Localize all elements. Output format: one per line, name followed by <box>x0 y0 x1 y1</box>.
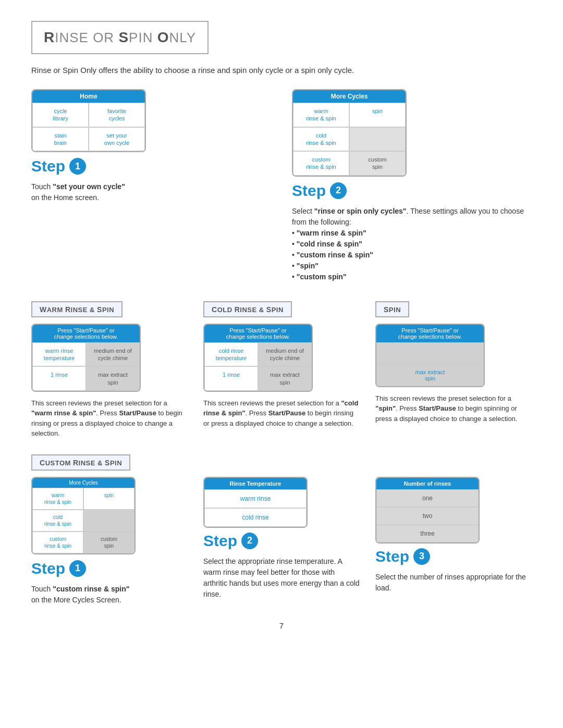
step1-intro-col: Home cyclelibrary favoritecycles stainbr… <box>31 89 271 203</box>
bullet-cold: "cold rinse & spin" <box>292 239 532 250</box>
warm-preset-panel: Press "Start/Pause" orchange selections … <box>31 324 141 392</box>
cmc-custom[interactable]: customrinse & spin <box>32 532 83 553</box>
rinse-count-one[interactable]: one <box>376 489 479 507</box>
cmc-warm[interactable]: warmrinse & spin <box>32 488 83 510</box>
rinse-count-three[interactable]: three <box>376 525 479 542</box>
home-cell-stain-brain[interactable]: stainbrain <box>32 127 89 152</box>
rinse-count-header: Number of rinses <box>376 478 479 489</box>
warm-cell-spin[interactable]: max extractspin <box>86 366 140 391</box>
rinse-temp-panel: Rinse Temperature warm rinse cold rinse <box>203 477 308 528</box>
spin-preset-panel: Press "Start/Pause" orchange selections … <box>375 324 485 387</box>
more-cycles-grid: warmrinse & spin spin coldrinse & spin c… <box>293 103 406 176</box>
home-cell-favorite-cycles[interactable]: favoritecycles <box>89 103 145 127</box>
spin-cell-chime[interactable]: medium end ofcycle chime <box>376 342 484 364</box>
step2-heading: Step 2 <box>292 182 532 200</box>
warm-body-text: This screen reviews the preset selection… <box>31 398 188 439</box>
rinse-temp-header: Rinse Temperature <box>204 478 307 489</box>
rinse-temp-cold[interactable]: cold rinse <box>204 508 307 527</box>
warm-label: WARM RINSE & SPIN <box>40 306 114 314</box>
cold-body-text: This screen reviews the preset selection… <box>203 398 360 429</box>
page-number: 7 <box>31 621 532 630</box>
warm-rinse-col: WARM RINSE & SPIN Press "Start/Pause" or… <box>31 301 188 439</box>
custom-label: CUSTOM RINSE & SPIN <box>40 459 122 467</box>
step2-label: Step <box>292 182 326 200</box>
cold-panel-grid: cold rinsetemperature medium end ofcycle… <box>204 342 312 391</box>
step2-bullets: "warm rinse & spin" "cold rinse & spin" … <box>292 228 532 282</box>
cold-preset-panel: Press "Start/Pause" orchange selections … <box>203 324 313 392</box>
title-nly: NLY <box>169 30 196 45</box>
step2-circle: 2 <box>330 182 347 199</box>
cold-cell-spin[interactable]: max extractspin <box>258 366 312 391</box>
title-cap-o: O <box>157 29 169 45</box>
step2-intro-col: More Cycles warmrinse & spin spin coldri… <box>292 89 532 282</box>
cold-label: COLD RINSE & SPIN <box>212 306 284 314</box>
cold-cell-temp[interactable]: cold rinsetemperature <box>204 342 258 367</box>
home-panel-header: Home <box>32 90 145 103</box>
mc-cell-warm[interactable]: warmrinse & spin <box>293 103 349 127</box>
cold-label-box: COLD RINSE & SPIN <box>203 301 292 317</box>
custom-col3: Number of rinses one two three Step 3 Se… <box>375 477 532 594</box>
mc-cell-cold[interactable]: coldrinse & spin <box>293 127 349 152</box>
custom-panels-row: More Cycles warmrinse & spin spin coldri… <box>31 477 532 606</box>
spin-cell-spin[interactable]: max extractspin <box>376 364 484 386</box>
mc-cell-spin[interactable]: spin <box>349 103 406 127</box>
custom-col1: More Cycles warmrinse & spin spin coldri… <box>31 477 188 606</box>
step1-desc: Touch "set your own cycle"on the Home sc… <box>31 181 271 203</box>
spin-col: SPIN Press "Start/Pause" orchange select… <box>375 301 532 424</box>
custom-step3-heading: Step 3 <box>375 548 532 565</box>
bullet-warm: "warm rinse & spin" <box>292 228 532 239</box>
custom-mc-header: More Cycles <box>32 478 134 488</box>
warm-cell-chime[interactable]: medium end ofcycle chime <box>86 342 140 367</box>
step2-desc: Select "rinse or spin only cycles". Thes… <box>292 206 532 282</box>
preset-sections-row: WARM RINSE & SPIN Press "Start/Pause" or… <box>31 301 532 439</box>
warm-cell-temp[interactable]: warm rinsetemperature <box>32 342 86 367</box>
cmc-spin[interactable]: spin <box>83 488 134 510</box>
custom-step3-desc: Select the number of rinses appropriate … <box>375 572 532 594</box>
title-pin: PIN <box>129 30 157 45</box>
cold-cell-rinse[interactable]: 1 rinse <box>204 366 258 391</box>
bullet-custom-spin: "custom spin" <box>292 272 532 282</box>
custom-step1-circle: 1 <box>69 560 86 577</box>
home-panel-grid: cyclelibrary favoritecycles stainbrain s… <box>32 103 145 151</box>
mc-cell-custom-spin[interactable]: customspin <box>349 151 406 176</box>
spin-label: SPIN <box>384 306 401 314</box>
title-text: INSE OR <box>55 30 118 45</box>
cold-rinse-col: COLD RINSE & SPIN Press "Start/Pause" or… <box>203 301 360 429</box>
custom-mc-grid: warmrinse & spin spin coldrinse & spin c… <box>32 488 134 553</box>
custom-step2-desc: Select the appropriate rinse temperature… <box>203 556 360 600</box>
custom-step2-circle: 2 <box>241 533 258 549</box>
mc-cell-empty <box>349 127 406 152</box>
spin-label-box: SPIN <box>375 301 409 317</box>
custom-step2-heading: Step 2 <box>203 532 360 550</box>
bullet-spin: "spin" <box>292 261 532 272</box>
more-cycles-header: More Cycles <box>293 90 406 103</box>
custom-step2-label: Step <box>203 532 237 550</box>
rinse-count-two[interactable]: two <box>376 507 479 525</box>
cmc-cold[interactable]: coldrinse & spin <box>32 510 83 532</box>
home-cell-cycle-library[interactable]: cyclelibrary <box>32 103 89 127</box>
more-cycles-panel: More Cycles warmrinse & spin spin coldri… <box>292 89 407 177</box>
cmc-empty <box>83 510 134 532</box>
warm-panel-grid: warm rinsetemperature medium end ofcycle… <box>32 342 140 391</box>
cold-panel-header: Press "Start/Pause" orchange selections … <box>204 325 312 342</box>
custom-step1-heading: Step 1 <box>31 560 188 577</box>
step1-circle: 1 <box>69 158 86 175</box>
custom-col2: Rinse Temperature warm rinse cold rinse … <box>203 477 360 600</box>
spin-body-text: This screen reviews the preset selection… <box>375 393 532 424</box>
warm-label-box: WARM RINSE & SPIN <box>31 301 123 317</box>
custom-more-cycles-panel: More Cycles warmrinse & spin spin coldri… <box>31 477 136 554</box>
rinse-temp-warm[interactable]: warm rinse <box>204 489 307 508</box>
step1-bold: "set your own cycle" <box>53 182 125 191</box>
home-cell-set-your-own[interactable]: set yourown cycle <box>89 127 145 152</box>
cold-cell-chime[interactable]: medium end ofcycle chime <box>258 342 312 367</box>
mc-cell-custom[interactable]: customrinse & spin <box>293 151 349 176</box>
custom-step1-desc: Touch "custom rinse & spin"on the More C… <box>31 584 188 606</box>
spin-panel-header: Press "Start/Pause" orchange selections … <box>376 325 484 342</box>
rinse-count-panel: Number of rinses one two three <box>375 477 480 544</box>
bullet-custom: "custom rinse & spin" <box>292 250 532 261</box>
warm-cell-rinse[interactable]: 1 rinse <box>32 366 86 391</box>
custom-step3-circle: 3 <box>413 548 430 565</box>
cmc-custom-spin[interactable]: customspin <box>83 532 134 553</box>
step2-number: 2 <box>336 185 341 196</box>
warm-panel-header: Press "Start/Pause" orchange selections … <box>32 325 140 342</box>
